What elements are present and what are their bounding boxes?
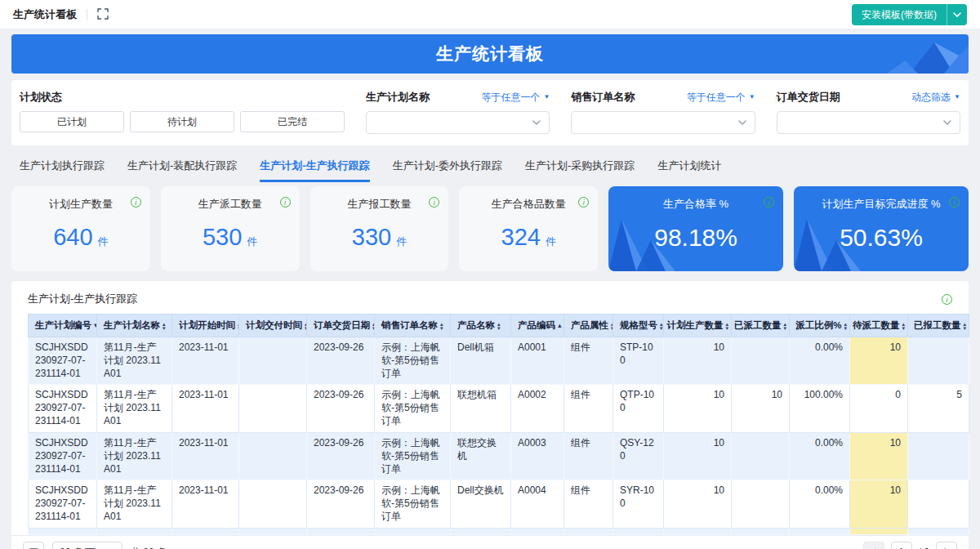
delivery-date-select[interactable] — [777, 111, 960, 134]
table-header-row: 生产计划编号▾生产计划名称▴▾计划开始时间▴▾计划交付时间▴▾订单交货日期▴▾销… — [29, 315, 969, 337]
column-header-13[interactable]: 派工比例%▴▾ — [790, 315, 850, 337]
column-header-8[interactable]: 产品编码▴ — [511, 315, 564, 337]
page-size-select[interactable]: 20 条/页 — [52, 542, 122, 549]
tab-2[interactable]: 生产计划-装配执行跟踪 — [127, 158, 237, 180]
plan-name-select[interactable] — [366, 111, 550, 134]
info-icon[interactable]: i — [949, 197, 960, 208]
column-header-10[interactable]: 规格型号▴▾ — [613, 315, 664, 337]
tab-5[interactable]: 生产计划-采购执行跟踪 — [525, 158, 635, 180]
sales-order-select[interactable] — [571, 111, 755, 134]
sort-both-icon: ▴▾ — [902, 322, 905, 330]
delivery-date-operator-link[interactable]: 动态筛选▼ — [911, 91, 960, 105]
table-row-2: SCJHXSDD230927-07-231114-01第11月-生产计划 202… — [29, 385, 969, 432]
table-cell: 第11月-生产计划 2023.11A01 — [97, 385, 172, 432]
table-cell: 示例：上海帆软-第5份销售订单 — [375, 480, 451, 528]
prev-page-button[interactable] — [863, 542, 884, 549]
dashboard-banner: 生产统计看板 — [11, 34, 969, 74]
column-header-15[interactable]: 已报工数量▴▾ — [908, 315, 969, 337]
table-cell — [451, 528, 511, 534]
tab-1[interactable]: 生产计划执行跟踪 — [20, 158, 105, 180]
table-cell: 组件 — [564, 337, 613, 385]
table-cell — [908, 480, 969, 528]
column-header-9[interactable]: 产品属性▴▾ — [564, 315, 613, 337]
sort-both-icon: ▴▾ — [660, 322, 663, 330]
fullscreen-expand-icon[interactable] — [97, 8, 109, 20]
table-cell: A0001 — [511, 337, 564, 385]
tab-bar: 生产计划执行跟踪生产计划-装配执行跟踪生产计划-生产执行跟踪生产计划-委外执行跟… — [11, 154, 969, 180]
table-cell: 10 — [664, 480, 732, 528]
current-page-box[interactable]: 1 — [891, 542, 912, 549]
column-header-14[interactable]: 待派工数量▴▾ — [850, 315, 908, 337]
column-header-7[interactable]: 产品名称▴▾ — [451, 315, 511, 337]
plan-status-option-1[interactable]: 已计划 — [20, 111, 124, 132]
plan-name-operator-link[interactable]: 等于任意一个▼ — [481, 91, 550, 105]
stat-card-value: 640件 — [11, 212, 150, 271]
table-cell: 10 — [664, 337, 732, 385]
table-cell: 2023-09-26 — [307, 432, 375, 480]
table-cell — [564, 528, 613, 534]
table-cell: QTP-100 — [613, 385, 664, 432]
table-title: 生产计划-生产执行跟踪 — [28, 292, 137, 306]
table-cell: 示例：上海帆软-第5份销售订单 — [375, 337, 451, 385]
pagination-bar: 20 条/页 共 22 条 1 / 2 — [11, 535, 969, 549]
install-dropdown-caret-icon[interactable] — [947, 12, 967, 17]
sort-both-icon: ▴▾ — [783, 322, 786, 330]
column-header-6[interactable]: 销售订单名称▴▾ — [375, 315, 451, 337]
divider — [87, 9, 87, 20]
banner-decoration — [862, 34, 969, 74]
column-header-1[interactable]: 生产计划编号▾ — [29, 315, 97, 337]
column-header-2[interactable]: 生产计划名称▴▾ — [97, 315, 172, 337]
table-cell: A0002 — [511, 385, 564, 432]
tracking-table-panel: 生产计划-生产执行跟踪 i 生产计划编号▾生产计划名称▴▾计划开始时间▴▾计划交… — [11, 281, 969, 549]
column-header-12[interactable]: 已派工数量▴▾ — [732, 315, 790, 337]
tab-4[interactable]: 生产计划-委外执行跟踪 — [393, 158, 502, 180]
stat-card-label: 生产合格品数量 — [492, 197, 566, 212]
table-cell — [239, 432, 307, 480]
install-template-button[interactable]: 安装模板(带数据) — [852, 4, 967, 25]
plan-status-option-2[interactable]: 待计划 — [130, 111, 234, 132]
table-cell: SCJHXSDD230927-07-231114-01 — [29, 480, 97, 528]
sort-both-icon: ▴▾ — [963, 322, 966, 330]
table-cell: 示例：上海帆软-第5份销售订单 — [375, 432, 451, 480]
info-icon[interactable]: i — [131, 197, 141, 208]
table-cell: 10 — [850, 337, 908, 385]
table-cell — [732, 432, 790, 480]
tab-3[interactable]: 生产计划-生产执行跟踪 — [260, 158, 369, 182]
total-count-label: 共 22 条 — [131, 546, 167, 549]
table-cell: 2023-11-01 — [172, 432, 239, 480]
table-cell: STP-100 — [613, 337, 664, 385]
table-row-1: SCJHXSDD230927-07-231114-01第11月-生产计划 202… — [29, 337, 969, 385]
column-header-4[interactable]: 计划交付时间▴▾ — [239, 315, 307, 337]
sort-both-icon: ▴▾ — [844, 322, 847, 330]
column-header-5[interactable]: 订单交货日期▴▾ — [307, 315, 375, 337]
table-info-icon[interactable]: i — [942, 294, 952, 305]
plan-name-label: 生产计划名称 — [366, 90, 430, 105]
table-cell: Dell机箱 — [451, 337, 511, 385]
sales-order-label: 销售订单名称 — [571, 90, 635, 105]
table-cell — [172, 528, 239, 534]
sales-order-operator-link[interactable]: 等于任意一个▼ — [687, 91, 755, 105]
table-cell — [732, 337, 790, 385]
stat-card-6: 计划生产目标完成进度 %i50.63% — [794, 186, 969, 271]
info-icon[interactable]: i — [280, 197, 291, 208]
table-cell: 2023-09-26 — [307, 480, 375, 528]
plan-status-option-3[interactable]: 已完结 — [240, 111, 345, 132]
table-cell: QSY-120 — [613, 432, 664, 480]
column-header-3[interactable]: 计划开始时间▴▾ — [172, 315, 239, 337]
table-cell: SCJHXSDD230927-07-231114-01 — [29, 385, 97, 432]
plan-status-label: 计划状态 — [20, 90, 62, 105]
table-cell: 0.00% — [790, 337, 850, 385]
table-cell: 2023-09-26 — [307, 385, 375, 432]
stat-card-value: 330件 — [310, 212, 449, 271]
tab-6[interactable]: 生产计划统计 — [657, 158, 721, 180]
column-settings-button[interactable] — [23, 542, 44, 549]
stat-card-4: 生产合格品数量i324件 — [459, 186, 598, 271]
stat-card-value: 530件 — [161, 212, 300, 271]
table-cell — [732, 528, 790, 534]
table-cell: 2023-09-26 — [307, 337, 375, 385]
sort-both-icon: ▴▾ — [440, 322, 443, 330]
next-page-button[interactable] — [936, 542, 957, 549]
info-icon[interactable]: i — [764, 197, 774, 208]
column-header-11[interactable]: 计划生产数量▴▾ — [664, 315, 732, 337]
table-cell: 0.00% — [790, 432, 850, 480]
